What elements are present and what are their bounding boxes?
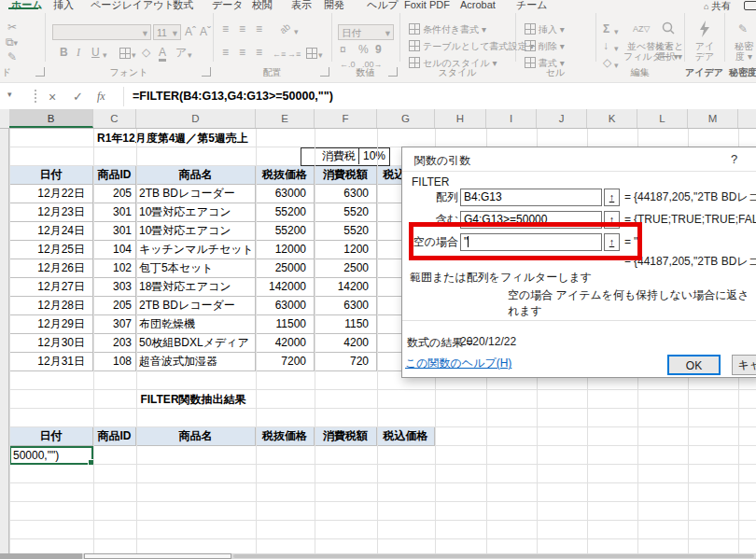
table-cell[interactable]: 2500 bbox=[315, 259, 377, 278]
chevron-down-icon[interactable]: ▾ bbox=[614, 25, 619, 38]
tab-ページレイアウト[interactable]: ページレイアウト bbox=[91, 0, 175, 9]
table-cell[interactable]: 42000 bbox=[256, 334, 315, 353]
table-cell[interactable]: 14200 bbox=[315, 278, 377, 297]
table-cell[interactable]: 12月25日 bbox=[9, 241, 93, 259]
name-box-dropdown-icon[interactable]: ▾ bbox=[7, 90, 12, 99]
table-cell[interactable]: 205 bbox=[93, 185, 136, 203]
number-format-combo[interactable]: 日付▾ bbox=[338, 24, 394, 40]
argument-input-3[interactable]: " bbox=[460, 233, 602, 251]
align-top-icon[interactable]: ≡ bbox=[222, 22, 229, 35]
column-header-J[interactable]: J bbox=[537, 109, 587, 128]
horizontal-scrollbar[interactable] bbox=[233, 554, 754, 558]
column-header-G[interactable]: G bbox=[377, 109, 435, 128]
range-selector-icon[interactable]: ↑ bbox=[604, 189, 620, 206]
result-header-cell[interactable]: 税込価格 bbox=[377, 427, 435, 446]
sheet-tab[interactable] bbox=[84, 553, 231, 559]
align-left-icon[interactable]: ≡ bbox=[222, 46, 229, 59]
conditional-formatting-button[interactable]: 条件付き書式 ▾ bbox=[423, 24, 486, 35]
table-cell[interactable]: 63000 bbox=[256, 297, 315, 315]
argument-input-2[interactable]: G4:G13>=50000 bbox=[460, 211, 602, 229]
cut-icon[interactable]: ✂ bbox=[7, 21, 17, 34]
number-dialog-launcher[interactable] bbox=[388, 67, 398, 77]
table-cell[interactable]: 5520 bbox=[315, 203, 377, 222]
table-cell[interactable]: 108 bbox=[93, 353, 136, 371]
result-header-cell[interactable]: 商品ID bbox=[93, 427, 136, 446]
table-cell[interactable]: 布団乾燥機 bbox=[136, 315, 256, 334]
italic-icon[interactable]: I bbox=[77, 46, 80, 59]
table-cell[interactable]: 301 bbox=[93, 203, 136, 222]
table-cell[interactable]: キッチンマルチセット bbox=[136, 241, 256, 259]
table-cell[interactable]: 12月29日 bbox=[9, 315, 93, 334]
decrease-font-icon[interactable]: Aˇ bbox=[200, 25, 211, 38]
column-header-I[interactable]: I bbox=[486, 109, 537, 128]
column-header-L[interactable]: L bbox=[637, 109, 688, 128]
align-center-icon[interactable]: ≡ bbox=[239, 46, 245, 59]
column-header-H[interactable]: H bbox=[435, 109, 486, 128]
percent-icon[interactable]: % bbox=[358, 43, 369, 56]
table-header-cell[interactable]: 日付 bbox=[9, 166, 93, 185]
row-header-strip[interactable] bbox=[0, 129, 9, 553]
table-cell[interactable]: 5520 bbox=[315, 222, 377, 241]
table-header-cell[interactable]: 商品名 bbox=[136, 166, 256, 185]
table-cell[interactable]: 142000 bbox=[256, 278, 315, 297]
insert-cells-button[interactable]: 挿入 ▾ bbox=[539, 24, 565, 35]
table-cell[interactable]: 12月23日 bbox=[9, 203, 93, 222]
chevron-down-icon[interactable]: ▾ bbox=[103, 49, 107, 62]
result-header-cell[interactable]: 税抜価格 bbox=[256, 427, 315, 446]
chevron-down-icon[interactable]: ▾ bbox=[188, 49, 192, 62]
table-cell[interactable]: 10畳対応エアコン bbox=[136, 203, 256, 222]
function-help-link[interactable]: この関数のヘルプ(H) bbox=[405, 356, 511, 371]
column-header-B[interactable]: B bbox=[9, 109, 93, 128]
phonetic-icon[interactable]: ア bbox=[175, 46, 187, 59]
tab-Acrobat[interactable]: Acrobat bbox=[460, 0, 496, 9]
chevron-down-icon[interactable]: ▾ bbox=[318, 49, 323, 62]
tab-開発[interactable]: 開発 bbox=[324, 0, 344, 9]
chevron-down-icon[interactable]: ▾ bbox=[294, 25, 299, 38]
format-painter-icon[interactable]: ✎ bbox=[7, 50, 17, 63]
column-header-M[interactable]: M bbox=[688, 109, 738, 128]
tab-チーム[interactable]: チーム bbox=[516, 0, 548, 9]
delete-cells-button[interactable]: 削除 ▾ bbox=[539, 41, 565, 51]
column-header-F[interactable]: F bbox=[315, 109, 377, 128]
share-button[interactable]: ⌂ 共有 bbox=[704, 0, 731, 9]
table-cell[interactable]: 6300 bbox=[315, 185, 377, 203]
column-header-K[interactable]: K bbox=[587, 109, 637, 128]
table-cell[interactable]: 55200 bbox=[256, 222, 315, 241]
dialog-titlebar[interactable]: 関数の引数 ? bbox=[402, 147, 756, 172]
tab-表示[interactable]: 表示 bbox=[291, 0, 312, 9]
sensitivity-button[interactable]: 秘密度 ▾ bbox=[734, 41, 754, 62]
table-cell[interactable]: 303 bbox=[93, 278, 136, 297]
borders-icon[interactable] bbox=[119, 48, 131, 59]
dialog-help-icon[interactable]: ? bbox=[731, 152, 737, 166]
table-cell[interactable]: 25000 bbox=[256, 259, 315, 278]
insert-function-icon[interactable]: fx bbox=[97, 90, 105, 104]
chevron-down-icon[interactable]: ▾ bbox=[132, 49, 136, 62]
ok-button[interactable]: OK bbox=[667, 355, 721, 375]
table-cell[interactable]: 12月22日 bbox=[9, 185, 93, 203]
cancel-button[interactable]: キャンセル bbox=[732, 355, 756, 375]
chevron-down-icon[interactable]: ▾ bbox=[614, 42, 619, 55]
autosum-icon[interactable]: Σ bbox=[603, 22, 609, 35]
table-cell[interactable]: 104 bbox=[93, 241, 136, 259]
find-select-button[interactable]: 検索と選択 ▾ bbox=[655, 41, 683, 62]
formula-bar-handle[interactable] bbox=[35, 90, 36, 104]
table-cell[interactable]: 12月26日 bbox=[9, 259, 93, 278]
comma-style-icon[interactable]: 9 bbox=[375, 43, 382, 56]
clipboard-dialog-launcher[interactable] bbox=[35, 67, 45, 77]
tab-校閲[interactable]: 校閲 bbox=[252, 0, 273, 9]
argument-input-1[interactable]: B4:G13 bbox=[460, 189, 602, 206]
font-dialog-launcher[interactable] bbox=[202, 67, 211, 77]
table-cell[interactable]: 307 bbox=[93, 315, 136, 334]
table-cell[interactable]: 50枚組BDXLメディア bbox=[136, 334, 256, 353]
column-header-C[interactable]: C bbox=[93, 109, 136, 128]
result-header-cell[interactable]: 商品名 bbox=[136, 427, 256, 446]
tab-Foxit PDF[interactable]: Foxit PDF bbox=[404, 0, 450, 9]
table-cell[interactable]: 55200 bbox=[256, 203, 315, 222]
table-cell[interactable]: 1150 bbox=[315, 315, 377, 334]
alignment-dialog-launcher[interactable] bbox=[320, 67, 329, 77]
table-header-cell[interactable]: 商品ID bbox=[93, 166, 136, 185]
enter-entry-icon[interactable]: ✓ bbox=[73, 90, 83, 104]
table-cell[interactable]: 11500 bbox=[256, 315, 315, 334]
tab-数式[interactable]: 数式 bbox=[173, 0, 193, 9]
range-selector-icon[interactable]: ↑ bbox=[604, 211, 620, 229]
